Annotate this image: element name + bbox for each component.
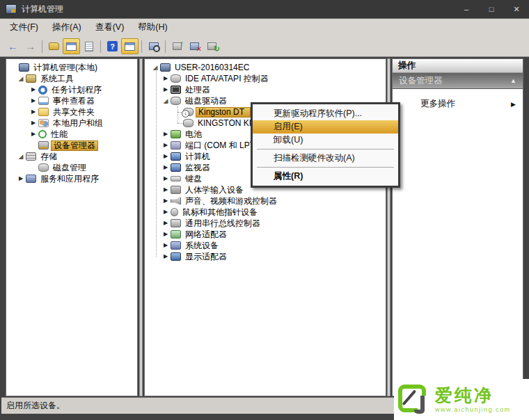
expanded-icon[interactable]: ◢ xyxy=(150,62,160,73)
show-action-pane-button[interactable] xyxy=(121,38,139,54)
menubar: 文件(F) 操作(A) 查看(V) 帮助(H) xyxy=(0,18,529,36)
device-item-label: 监视器 xyxy=(183,163,212,173)
battery-icon xyxy=(171,130,181,138)
collapsed-icon[interactable]: ▶ xyxy=(161,229,171,240)
computer-management-window: 计算机管理 – □ ✕ 文件(F) 操作(A) 查看(V) 帮助(H) ← → … xyxy=(0,0,529,420)
collapsed-icon[interactable]: ▶ xyxy=(161,151,171,162)
device-item-mice[interactable]: ▶ 鼠标和其他指针设备 xyxy=(145,207,386,218)
collapsed-icon[interactable]: ▶ xyxy=(29,95,38,106)
device-item-label: 鼠标和其他指针设备 xyxy=(180,207,260,218)
back-button[interactable]: ← xyxy=(4,38,22,54)
update-driver-button[interactable] xyxy=(168,38,186,54)
device-item-label: 电池 xyxy=(183,129,204,140)
tree-item-device-manager[interactable]: 设备管理器 xyxy=(6,140,137,151)
context-menu-scan-changes[interactable]: 扫描检测硬件改动(A) xyxy=(253,152,398,165)
action-pane-header: 操作 xyxy=(393,59,523,73)
tree-item-services-applications[interactable]: ▶ 服务和应用程序 xyxy=(6,173,137,184)
tree-item-task-scheduler[interactable]: ▶ 任务计划程序 xyxy=(6,84,137,95)
device-item-label: 声音、视频和游戏控制器 xyxy=(183,196,279,207)
system-device-icon xyxy=(171,241,181,250)
device-item-label: 处理器 xyxy=(183,85,212,95)
collapsed-icon[interactable]: ▶ xyxy=(16,173,26,184)
update-driver-icon xyxy=(173,42,182,50)
find-computer-button[interactable] xyxy=(145,38,162,54)
collapse-section-icon[interactable]: ▲ xyxy=(510,77,516,84)
tree-item-storage[interactable]: ◢ 存储 xyxy=(6,151,137,162)
collapsed-icon[interactable]: ▶ xyxy=(161,184,171,195)
collapsed-icon[interactable]: ▶ xyxy=(161,173,171,184)
device-item-computer-root[interactable]: ◢ USER-20160314EC xyxy=(145,62,386,73)
toolbar-separator xyxy=(141,40,142,53)
storage-icon xyxy=(26,152,36,161)
collapsed-icon[interactable]: ▶ xyxy=(161,195,171,207)
folder-button[interactable] xyxy=(45,38,63,54)
device-item-display-adapters[interactable]: ▶ 显示适配器 xyxy=(145,251,386,262)
collapsed-icon[interactable]: ▶ xyxy=(161,162,171,173)
context-menu-enable[interactable]: 启用(E) xyxy=(253,120,398,134)
collapsed-icon[interactable]: ▶ xyxy=(161,218,171,229)
users-icon xyxy=(38,119,49,127)
export-list-button[interactable] xyxy=(80,38,97,54)
device-item-system-devices[interactable]: ▶ 系统设备 xyxy=(145,240,386,251)
device-item-network-adapters[interactable]: ▶ 网络适配器 xyxy=(145,229,386,240)
tree-item-system-tools[interactable]: ◢ 系统工具 xyxy=(6,73,137,84)
usb-icon xyxy=(171,219,181,227)
more-actions-item[interactable]: 更多操作 ▶ xyxy=(393,89,523,110)
collapsed-icon[interactable]: ▶ xyxy=(29,106,38,118)
context-menu-properties[interactable]: 属性(R) xyxy=(253,170,398,183)
context-menu-uninstall[interactable]: 卸载(U) xyxy=(253,134,398,147)
collapsed-icon[interactable]: ▶ xyxy=(161,207,171,218)
pane-splitter[interactable] xyxy=(139,58,143,396)
menu-help[interactable]: 帮助(H) xyxy=(131,19,174,35)
collapsed-icon[interactable]: ▶ xyxy=(161,129,171,140)
device-item-sound-video-game[interactable]: ▶ 声音、视频和游戏控制器 xyxy=(145,195,386,207)
app-icon xyxy=(6,4,17,14)
disk-drive-icon xyxy=(171,97,181,105)
performance-icon xyxy=(38,130,47,138)
watermark-brand: 爱纯净 xyxy=(435,386,511,404)
tree-item-event-viewer[interactable]: ▶ 事件查看器 xyxy=(6,95,137,106)
show-console-tree-button[interactable] xyxy=(63,38,80,54)
minimize-button[interactable]: – xyxy=(454,1,479,17)
expanded-icon[interactable]: ◢ xyxy=(16,73,26,84)
device-item-ide-controllers[interactable]: ▶ IDE ATA/ATAPI 控制器 xyxy=(145,73,386,84)
close-button[interactable]: ✕ xyxy=(504,1,529,17)
collapsed-icon[interactable]: ▶ xyxy=(29,84,38,95)
tree-item-computer-management[interactable]: 计算机管理(本地) xyxy=(6,62,137,73)
maximize-button[interactable]: □ xyxy=(479,1,504,17)
help-button[interactable]: ? xyxy=(104,38,121,54)
collapsed-icon[interactable]: ▶ xyxy=(161,240,171,251)
tree-item-label: 共享文件夹 xyxy=(51,107,97,118)
tree-item-performance[interactable]: ▶ 性能 xyxy=(6,129,137,140)
monitor-icon xyxy=(171,163,181,172)
console-tree-panel: 计算机管理(本地) ◢ 系统工具 ▶ 任务计划程序 ▶ 事件查看器 ▶ 共享文件… xyxy=(6,58,138,396)
tree-connector-line xyxy=(177,123,183,124)
expanded-icon[interactable]: ◢ xyxy=(161,95,171,106)
device-item-usb-controllers[interactable]: ▶ 通用串行总线控制器 xyxy=(145,218,386,229)
uninstall-button[interactable] xyxy=(186,38,203,54)
collapsed-icon[interactable]: ▶ xyxy=(161,84,171,95)
collapsed-icon[interactable]: ▶ xyxy=(161,140,171,151)
scan-hardware-button[interactable] xyxy=(203,38,221,54)
back-icon: ← xyxy=(8,41,18,51)
more-actions-label: 更多操作 xyxy=(420,98,455,110)
forward-button[interactable]: → xyxy=(22,38,39,54)
tree-item-label: 事件查看器 xyxy=(51,96,97,106)
tree-item-shared-folders[interactable]: ▶ 共享文件夹 xyxy=(6,106,137,118)
tree-item-disk-management[interactable]: 磁盘管理 xyxy=(6,162,137,173)
toolbar-separator xyxy=(165,40,166,53)
collapsed-icon[interactable]: ▶ xyxy=(161,251,171,262)
context-menu-update-driver[interactable]: 更新驱动程序软件(P)... xyxy=(253,107,398,120)
expanded-icon[interactable]: ◢ xyxy=(16,151,26,162)
action-pane-section[interactable]: 设备管理器 ▲ xyxy=(393,73,523,89)
tree-item-label: 服务和应用程序 xyxy=(38,174,101,184)
collapsed-icon[interactable]: ▶ xyxy=(29,118,38,129)
menu-view[interactable]: 查看(V) xyxy=(88,19,132,35)
collapsed-icon[interactable]: ▶ xyxy=(161,73,171,84)
tree-item-local-users-groups[interactable]: ▶ 本地用户和组 xyxy=(6,118,137,129)
menu-action[interactable]: 操作(A) xyxy=(45,19,88,35)
menu-file[interactable]: 文件(F) xyxy=(3,19,45,35)
tree-item-label: 系统工具 xyxy=(38,74,76,84)
device-item-processors[interactable]: ▶ 处理器 xyxy=(145,84,386,95)
collapsed-icon[interactable]: ▶ xyxy=(29,129,38,140)
